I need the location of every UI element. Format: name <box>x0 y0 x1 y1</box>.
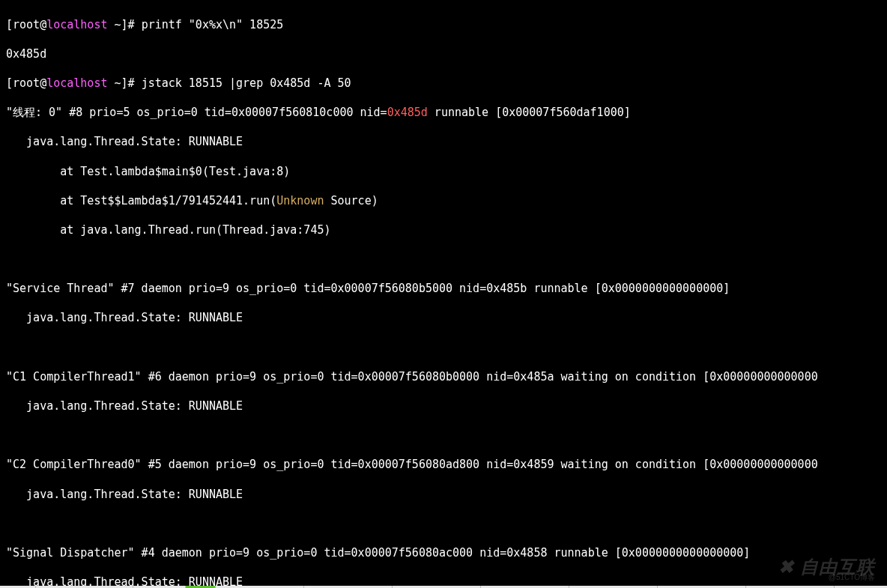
blank-line <box>6 252 881 267</box>
c1-compiler-state: java.lang.Thread.State: RUNNABLE <box>6 399 881 414</box>
thread-0-stack-3: at java.lang.Thread.run(Thread.java:745) <box>6 223 881 238</box>
service-thread-state: java.lang.Thread.State: RUNNABLE <box>6 311 881 326</box>
thread-0-state: java.lang.Thread.State: RUNNABLE <box>6 135 881 150</box>
watermark-logo: ✖ 自由互联 <box>778 560 875 575</box>
grep-match-nid: 0x485d <box>387 106 428 119</box>
c1-compiler-header: "C1 CompilerThread1" #6 daemon prio=9 os… <box>6 370 881 385</box>
command-2: jstack 18515 |grep 0x485d -A 50 <box>142 76 351 90</box>
blank-line <box>6 341 881 356</box>
unknown-source-hl: Unknown <box>276 194 324 207</box>
thread-0-stack-2: at Test$$Lambda$1/791452441.run(Unknown … <box>6 194 881 209</box>
prompt-line-1: [root@localhost ~]# printf "0x%x\n" 1852… <box>6 18 881 33</box>
blank-line <box>6 517 881 532</box>
terminal-window[interactable]: [root@localhost ~]# printf "0x%x\n" 1852… <box>0 0 887 588</box>
output-hex: 0x485d <box>6 47 881 62</box>
hostname: localhost <box>46 18 107 31</box>
service-thread-header: "Service Thread" #7 daemon prio=9 os_pri… <box>6 282 881 297</box>
thread-0-stack-1: at Test.lambda$main$0(Test.java:8) <box>6 165 881 180</box>
thread-0-header: "线程: 0" #8 prio=5 os_prio=0 tid=0x00007f… <box>6 106 881 121</box>
c2-compiler-state: java.lang.Thread.State: RUNNABLE <box>6 488 881 503</box>
c2-compiler-header: "C2 CompilerThread0" #5 daemon prio=9 os… <box>6 458 881 473</box>
hostname: localhost <box>46 76 107 90</box>
command-1: printf "0x%x\n" 18525 <box>142 18 284 31</box>
blank-line <box>6 428 881 443</box>
signal-dispatcher-header: "Signal Dispatcher" #4 daemon prio=9 os_… <box>6 546 881 561</box>
prompt-line-2: [root@localhost ~]# jstack 18515 |grep 0… <box>6 76 881 91</box>
